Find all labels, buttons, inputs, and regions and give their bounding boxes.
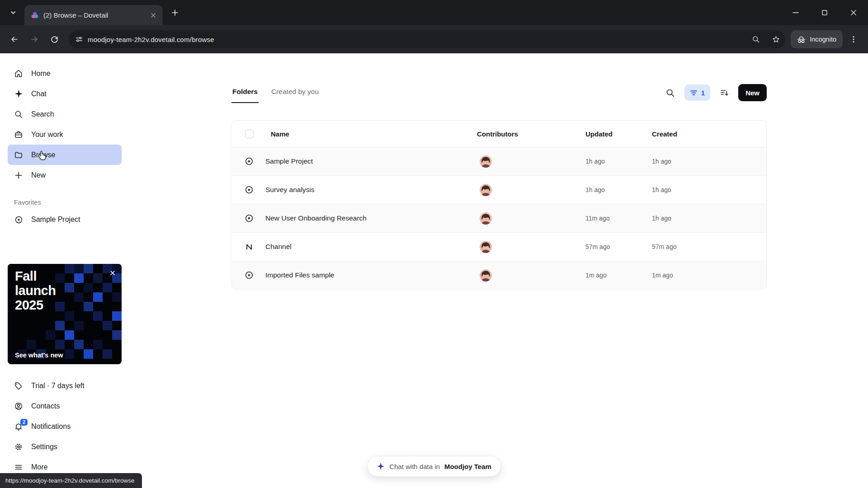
url-text[interactable]: moodjoy-team-2h2v.dovetail.com/browse xyxy=(88,36,744,43)
window-maximize-button[interactable] xyxy=(810,0,839,25)
project-target-icon xyxy=(232,157,260,166)
row-name[interactable]: Survey analysis xyxy=(260,186,477,194)
project-target-icon xyxy=(232,185,260,194)
sidebar-footer: Trial · 7 days left Contacts 2 Notificat… xyxy=(8,375,136,477)
tab-title: (2) Browse – Dovetail xyxy=(43,11,143,19)
tab-folders[interactable]: Folders xyxy=(231,84,259,103)
incognito-label: Incognito xyxy=(810,36,836,43)
row-updated: 1h ago xyxy=(585,158,652,165)
table-row[interactable]: Imported Files sample 1m ago 1m ago xyxy=(232,261,766,289)
chat-with-data-button[interactable]: Chat with data in Moodjoy Team xyxy=(367,456,501,477)
column-header-created[interactable]: Created xyxy=(652,130,766,138)
sidebar-item-label: Home xyxy=(31,70,51,78)
row-updated: 1h ago xyxy=(585,186,652,193)
promo-cta-link[interactable]: See what's new xyxy=(15,352,63,359)
sidebar-item-label: New xyxy=(31,171,46,179)
sidebar-item-contacts[interactable]: Contacts xyxy=(8,396,122,416)
gear-icon xyxy=(14,442,24,451)
sidebar-item-label: Notifications xyxy=(31,422,71,431)
search-icon xyxy=(14,110,24,119)
contributor-avatar xyxy=(480,212,492,225)
project-target-icon xyxy=(232,214,260,223)
sidebar-item-chat[interactable]: Chat xyxy=(8,84,122,104)
sort-button[interactable] xyxy=(717,85,732,100)
table-row[interactable]: Survey analysis 1h ago 1h ago xyxy=(232,175,766,204)
incognito-icon xyxy=(797,36,806,43)
reload-button[interactable] xyxy=(45,30,63,48)
select-all-checkbox[interactable] xyxy=(245,130,254,138)
browse-main: Folders Created by you 1 New Name Contri… xyxy=(231,84,767,290)
row-created: 1h ago xyxy=(652,215,766,222)
promo-close-icon[interactable] xyxy=(107,267,118,278)
forward-button[interactable] xyxy=(25,30,43,48)
filter-button[interactable]: 1 xyxy=(684,84,710,101)
folders-table: Name Contributors Updated Created Sample… xyxy=(231,120,767,290)
row-contributors xyxy=(477,155,585,168)
sidebar-item-label: Trial · 7 days left xyxy=(31,382,85,390)
sidebar-item-label: More xyxy=(31,463,47,471)
sidebar-item-notifications[interactable]: 2 Notifications xyxy=(8,416,122,436)
column-header-updated[interactable]: Updated xyxy=(585,130,652,138)
column-header-name[interactable]: Name xyxy=(260,130,477,138)
bell-icon: 2 xyxy=(14,422,24,431)
row-name[interactable]: Sample Project xyxy=(260,157,477,165)
window-close-button[interactable] xyxy=(839,0,868,25)
channel-icon xyxy=(232,242,260,251)
tab-close-icon[interactable] xyxy=(147,9,159,21)
row-contributors xyxy=(477,212,585,225)
table-row[interactable]: Channel 57m ago 57m ago xyxy=(232,232,766,261)
contributor-avatar xyxy=(480,269,492,282)
browser-toolbar: moodjoy-team-2h2v.dovetail.com/browse In… xyxy=(0,25,868,53)
table-header-row: Name Contributors Updated Created xyxy=(232,121,766,147)
browse-tabs: Folders Created by you xyxy=(231,84,320,103)
zoom-search-icon[interactable] xyxy=(748,32,764,47)
sidebar-item-your-work[interactable]: Your work xyxy=(8,124,122,145)
sidebar-item-search[interactable]: Search xyxy=(8,104,122,124)
sidebar-item-new[interactable]: New xyxy=(8,165,122,185)
tab-search-chevron-icon[interactable] xyxy=(5,5,21,20)
chat-pill-text: Chat with data in xyxy=(389,463,440,470)
new-tab-button[interactable] xyxy=(167,5,183,20)
sidebar-item-home[interactable]: Home xyxy=(8,63,122,84)
url-bar[interactable]: moodjoy-team-2h2v.dovetail.com/browse xyxy=(69,30,785,48)
row-updated: 1m ago xyxy=(585,272,652,279)
new-project-button[interactable]: New xyxy=(738,84,767,101)
row-name[interactable]: Channel xyxy=(260,243,477,251)
notifications-count-badge: 2 xyxy=(20,419,28,426)
column-header-contributors[interactable]: Contributors xyxy=(477,130,585,138)
search-button[interactable] xyxy=(663,85,678,100)
chat-pill-team-name: Moodjoy Team xyxy=(444,463,491,470)
status-url: https://moodjoy-team-2h2v.dovetail.com/b… xyxy=(5,477,135,484)
filter-count: 1 xyxy=(701,89,705,97)
browser-tab[interactable]: (2) Browse – Dovetail xyxy=(24,5,163,25)
favorite-item-sample-project[interactable]: Sample Project xyxy=(8,210,122,230)
window-minimize-button[interactable] xyxy=(781,0,810,25)
incognito-badge: Incognito xyxy=(791,30,843,48)
table-row[interactable]: New User Onboarding Research 11m ago 1h … xyxy=(232,204,766,232)
contributor-avatar xyxy=(480,184,492,196)
fall-launch-promo-card[interactable]: Fall launch 2025 See what's new xyxy=(8,264,122,364)
browser-menu-icon[interactable] xyxy=(844,30,863,48)
sidebar-item-label: Settings xyxy=(31,443,57,451)
row-name[interactable]: New User Onboarding Research xyxy=(260,214,477,222)
sidebar-item-trial[interactable]: Trial · 7 days left xyxy=(8,375,122,396)
favorites-section-label: Favorites xyxy=(14,199,136,206)
back-button[interactable] xyxy=(5,30,24,48)
row-created: 57m ago xyxy=(652,243,766,250)
site-info-icon[interactable] xyxy=(75,35,83,43)
row-name[interactable]: Imported Files sample xyxy=(260,271,477,279)
target-icon xyxy=(14,216,24,224)
browse-header: Folders Created by you 1 New xyxy=(231,84,767,103)
plus-icon xyxy=(14,171,24,180)
table-row[interactable]: Sample Project 1h ago 1h ago xyxy=(232,147,766,175)
tab-created-by-you[interactable]: Created by you xyxy=(270,84,320,103)
row-created: 1h ago xyxy=(652,186,766,193)
row-updated: 11m ago xyxy=(585,215,652,222)
row-updated: 57m ago xyxy=(585,243,652,250)
dovetail-favicon-icon xyxy=(31,11,39,19)
bookmark-star-icon[interactable] xyxy=(768,32,783,47)
briefcase-icon xyxy=(14,130,24,139)
sidebar-item-browse[interactable]: Browse xyxy=(8,145,122,165)
sidebar-item-label: Search xyxy=(31,110,54,118)
sidebar-item-settings[interactable]: Settings xyxy=(8,436,122,457)
